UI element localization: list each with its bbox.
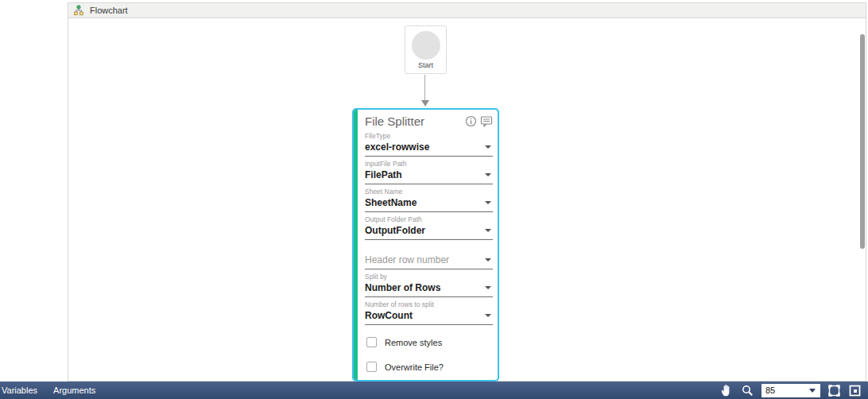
chevron-down-icon[interactable] (485, 258, 491, 261)
overview-icon[interactable] (848, 384, 862, 397)
field-header-row-number-value[interactable]: Header row number (365, 254, 485, 265)
statusbar: Variables Arguments 85 (0, 382, 868, 399)
overwrite-file-label: Overwrite File? (385, 362, 444, 372)
file-splitter-activity[interactable]: File Splitter (352, 108, 499, 382)
fit-to-screen-icon[interactable] (827, 384, 841, 397)
card-content: File Splitter (358, 110, 498, 380)
field-rows-to-split-value[interactable]: RowCount (365, 310, 485, 321)
field-rows-to-split[interactable]: Number of rows to split RowCount (365, 300, 493, 325)
connector-line (424, 75, 425, 100)
field-inputfile-path-value[interactable]: FilePath (365, 169, 485, 180)
zoom-level-value: 85 (761, 385, 809, 395)
flowchart-panel-header: Flowchart (68, 3, 866, 18)
chevron-down-icon[interactable] (485, 229, 491, 232)
overwrite-file-checkbox[interactable] (366, 362, 377, 372)
field-sheet-name-label: Sheet Name (365, 188, 493, 196)
connector-arrowhead-icon (421, 100, 429, 107)
activity-title: File Splitter (365, 114, 465, 128)
flowchart-icon (73, 5, 84, 16)
chevron-down-icon[interactable] (485, 286, 491, 289)
start-node[interactable]: Start (405, 25, 447, 74)
field-filetype-label: FileType (365, 132, 493, 140)
panel-title: Flowchart (90, 6, 128, 15)
remove-styles-label: Remove styles (385, 338, 442, 347)
start-node-label: Start (405, 61, 446, 69)
overwrite-file-option[interactable]: Overwrite File? (365, 362, 493, 372)
field-split-by[interactable]: Split by Number of Rows (365, 273, 493, 297)
start-node-circle (412, 31, 440, 60)
comment-icon[interactable] (480, 115, 493, 127)
field-rows-to-split-label: Number of rows to split (365, 300, 493, 308)
zoom-magnifier-icon[interactable] (741, 384, 754, 397)
chevron-down-icon (809, 389, 816, 393)
field-split-by-value[interactable]: Number of Rows (365, 282, 485, 293)
field-filetype-value[interactable]: excel-rowwise (365, 141, 485, 153)
field-split-by-label: Split by (365, 273, 493, 281)
remove-styles-option[interactable]: Remove styles (365, 337, 493, 347)
field-sheet-name-value[interactable]: SheetName (365, 197, 485, 208)
chevron-down-icon[interactable] (485, 314, 491, 317)
field-output-folder-path-value[interactable]: OutputFolder (365, 225, 485, 236)
field-header-row-number[interactable]: Header row number (365, 253, 493, 269)
field-sheet-name[interactable]: Sheet Name SheetName (365, 188, 493, 212)
chevron-down-icon[interactable] (485, 145, 491, 149)
tab-arguments[interactable]: Arguments (52, 385, 97, 395)
field-output-folder-path-label: Output Folder Path (365, 215, 493, 223)
chevron-down-icon[interactable] (485, 173, 491, 176)
field-filetype[interactable]: FileType excel-rowwise (365, 132, 493, 157)
field-output-folder-path[interactable]: Output Folder Path OutputFolder (365, 215, 493, 240)
vertical-scrollbar[interactable] (860, 34, 865, 249)
field-inputfile-path[interactable]: InputFile Path FilePath (365, 160, 493, 184)
pan-hand-icon[interactable] (719, 383, 734, 397)
zoom-level-select[interactable]: 85 (761, 384, 820, 397)
chevron-down-icon[interactable] (485, 201, 491, 204)
field-inputfile-path-label: InputFile Path (365, 160, 493, 168)
remove-styles-checkbox[interactable] (366, 337, 377, 347)
tab-variables[interactable]: Variables (0, 385, 39, 395)
info-icon[interactable] (465, 115, 477, 127)
